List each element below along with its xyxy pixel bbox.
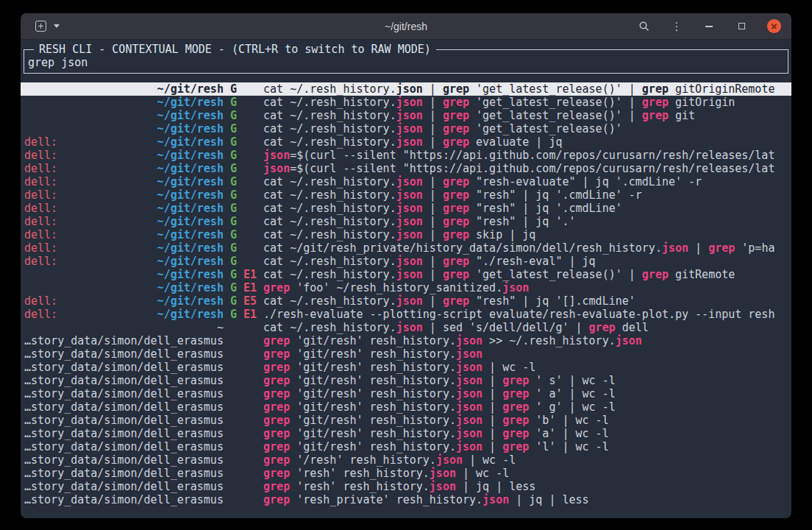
directory-label: ~/git/resh xyxy=(157,162,224,175)
flag-g: G xyxy=(230,215,237,228)
row-location: dell:~/git/resh xyxy=(24,162,224,175)
history-row[interactable]: ~/git/reshGcat ~/.resh_history.json | gr… xyxy=(21,122,791,135)
directory-label: ~/git/resh xyxy=(157,149,224,162)
history-row[interactable]: dell:~/git/reshGcat ~/.resh_history.json… xyxy=(21,202,791,215)
history-row[interactable]: …story_data/simon/dell_erasmusgrep 'git/… xyxy=(21,334,791,347)
row-location: ~/git/resh xyxy=(24,268,224,281)
directory-label: ~/git/resh xyxy=(157,82,224,96)
directory-label: ~/git/resh xyxy=(157,135,224,149)
history-list: ~/git/reshGcat ~/.resh_history.json | gr… xyxy=(21,82,791,506)
flag-g: G xyxy=(230,268,237,281)
flags-label xyxy=(230,347,257,361)
row-location: ~/git/resh xyxy=(24,281,224,294)
history-row[interactable]: ~/git/reshGcat ~/.resh_history.json | gr… xyxy=(21,96,791,109)
command-text: cat ~/.resh_history.json | grep "resh" |… xyxy=(263,294,788,308)
history-row[interactable]: …story_data/simon/dell_erasmusgrep '/res… xyxy=(21,453,791,467)
flags-label: G xyxy=(230,202,257,215)
row-location: dell:~/git/resh xyxy=(24,308,224,321)
history-row[interactable]: ~/git/reshGcat ~/.resh_history.json | gr… xyxy=(21,82,791,96)
flag-g: G xyxy=(230,308,237,321)
flag-g: G xyxy=(230,255,237,268)
history-row[interactable]: ~/git/reshG E1cat ~/.resh_history.json |… xyxy=(21,268,791,281)
new-tab-icon[interactable] xyxy=(35,21,46,32)
directory-label: ~/git/resh xyxy=(157,202,224,215)
history-row[interactable]: dell:~/git/reshGcat ~/.resh_history.json… xyxy=(21,188,791,202)
directory-label: ~/git/resh xyxy=(157,96,224,109)
history-row[interactable]: dell:~/git/reshGcat ~/.resh_history.json… xyxy=(21,135,791,149)
host-label: dell: xyxy=(24,188,57,202)
row-location: dell:~/git/resh xyxy=(24,202,224,215)
flags-label xyxy=(230,414,257,427)
command-text: grep 'resh_private' resh_history.json | … xyxy=(263,493,788,506)
directory-label: ~/git/resh xyxy=(157,215,224,228)
row-location: dell:~/git/resh xyxy=(24,228,224,241)
history-row[interactable]: …story_data/simon/dell_erasmusgrep 'git/… xyxy=(21,361,791,374)
flags-label xyxy=(230,374,257,387)
history-row[interactable]: …story_data/simon/dell_erasmusgrep 'git/… xyxy=(21,440,791,453)
command-text: grep 'git/resh' resh_history.json | grep… xyxy=(263,414,788,427)
row-location: ~/git/resh xyxy=(24,96,224,109)
row-location: …story_data/simon/dell_erasmus xyxy=(24,347,224,361)
restore-button[interactable] xyxy=(734,19,749,34)
history-row[interactable]: …story_data/simon/dell_erasmusgrep 'resh… xyxy=(21,467,791,480)
history-row[interactable]: dell:~/git/reshGcat ~/.resh_history.json… xyxy=(21,215,791,228)
command-text: cat ~/.resh_history.json | grep 'get_lat… xyxy=(263,268,788,281)
history-row[interactable]: …story_data/simon/dell_erasmusgrep 'git/… xyxy=(21,400,791,414)
history-row[interactable]: dell:~/git/reshGcat ~/.resh_history.json… xyxy=(21,255,791,268)
history-row[interactable]: …story_data/simon/dell_erasmusgrep 'git/… xyxy=(21,347,791,361)
history-row[interactable]: dell:~/git/reshG E5cat ~/.resh_history.j… xyxy=(21,294,791,308)
flags-label: G xyxy=(230,215,257,228)
flag-g: G xyxy=(230,135,237,149)
flags-label xyxy=(230,361,257,374)
row-location: …story_data/simon/dell_erasmus xyxy=(24,480,224,493)
directory-label: ~/git/resh xyxy=(157,188,224,202)
caret-down-icon[interactable] xyxy=(54,24,60,28)
row-location: ~ xyxy=(24,321,224,334)
directory-label: ~/git/resh xyxy=(157,281,224,294)
history-row[interactable]: dell:~/git/reshG E1./resh-evaluate --plo… xyxy=(21,308,791,321)
history-row[interactable]: ~/git/reshGcat ~/.resh_history.json | gr… xyxy=(21,109,791,122)
flag-g: G xyxy=(230,162,237,175)
row-location: dell:~/git/resh xyxy=(24,215,224,228)
history-row[interactable]: …story_data/simon/dell_erasmusgrep 'resh… xyxy=(21,480,791,493)
flag-g: G xyxy=(230,175,237,188)
directory-label: ~/git/resh xyxy=(157,268,224,281)
history-row[interactable]: dell:~/git/reshGjson=$(curl --silent "ht… xyxy=(21,162,791,175)
flags-label: G xyxy=(230,188,257,202)
history-row[interactable]: ~/git/reshG E1grep 'foo' ~/resh_history_… xyxy=(21,281,791,294)
flag-g: G xyxy=(230,241,237,255)
host-label: dell: xyxy=(24,228,57,241)
search-button[interactable] xyxy=(637,19,652,34)
command-text: cat ~/.resh_history.json | sed 's/dell/d… xyxy=(263,321,788,334)
flag-g: G xyxy=(230,109,237,122)
history-row[interactable]: dell:~/git/reshGcat ~/.resh_history.json… xyxy=(21,175,791,188)
close-button[interactable] xyxy=(766,19,781,34)
history-row[interactable]: …story_data/simon/dell_erasmusgrep 'git/… xyxy=(21,427,791,440)
search-query-input[interactable]: grep json xyxy=(28,56,788,69)
command-text: cat ~/.resh_history.json | grep "./resh-… xyxy=(263,255,788,268)
directory-label: ~/git/resh xyxy=(157,175,224,188)
command-text: cat ~/.resh_history.json | grep 'get_lat… xyxy=(263,82,788,96)
flags-label xyxy=(230,334,257,347)
flags-label: G xyxy=(230,122,257,135)
history-row[interactable]: …story_data/simon/dell_erasmusgrep 'git/… xyxy=(21,414,791,427)
history-row[interactable]: dell:~/git/reshGjson=$(curl --silent "ht… xyxy=(21,149,791,162)
flags-label xyxy=(230,387,257,400)
flag-g: G xyxy=(230,96,237,109)
history-row[interactable]: …story_data/simon/dell_erasmusgrep 'git/… xyxy=(21,387,791,400)
history-row[interactable]: dell:~/git/reshGcat ~/.resh_history.json… xyxy=(21,228,791,241)
host-label: dell: xyxy=(24,241,57,255)
history-row[interactable]: dell:~/git/reshGcat ~/git/resh_private/h… xyxy=(21,241,791,255)
flag-g: G xyxy=(230,82,237,96)
directory-label: ~/git/resh xyxy=(157,255,224,268)
command-text: json=$(curl --silent "https://api.github… xyxy=(263,162,788,175)
command-text: cat ~/.resh_history.json | grep 'get_lat… xyxy=(263,109,788,122)
minimize-button[interactable] xyxy=(702,19,716,34)
command-text: grep 'git/resh' resh_history.json | grep… xyxy=(263,427,788,440)
history-row[interactable]: …story_data/simon/dell_erasmusgrep 'git/… xyxy=(21,374,791,387)
command-text: cat ~/.resh_history.json | grep "resh" |… xyxy=(263,215,788,228)
history-row[interactable]: ~cat ~/.resh_history.json | sed 's/dell/… xyxy=(21,321,791,334)
menu-button[interactable]: ⋮ xyxy=(669,19,684,34)
new-terminal-button[interactable] xyxy=(21,21,60,32)
history-row[interactable]: …story_data/simon/dell_erasmusgrep 'resh… xyxy=(21,493,791,506)
